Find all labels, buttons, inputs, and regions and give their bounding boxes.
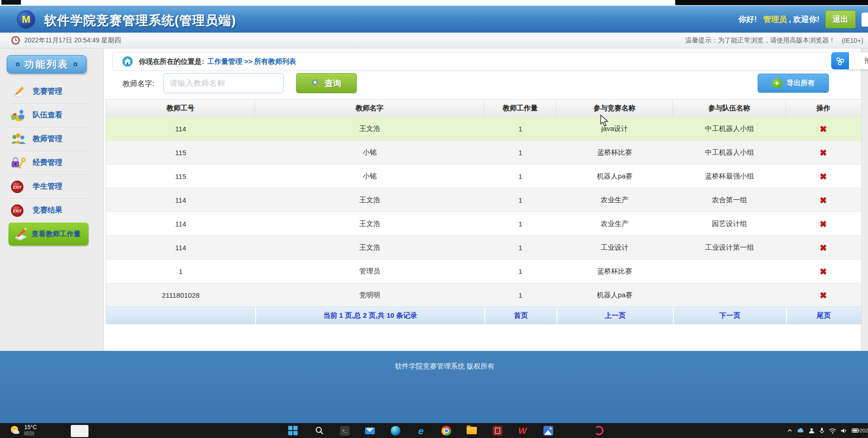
sidebar-item-teacher-workload[interactable]: 查看教师工作量 [8, 222, 88, 246]
main-panel: 你现在所在的位置是: 工作量管理 >> 所有教师列表 教师名字: 查询 + 导出… [103, 48, 861, 351]
cell-workload: 1 [484, 164, 556, 188]
magnifier-icon [312, 79, 320, 88]
screen: M 软件学院竞赛管理系统(管理员端) 你好! 管理员, 欢迎你! 退出 2022… [0, 0, 868, 438]
wifi-icon[interactable] [829, 428, 836, 434]
cell-competition: 工业设计 [556, 236, 673, 259]
mail-icon[interactable] [364, 425, 375, 436]
exit-badge-icon: EXIT [10, 204, 26, 218]
table-row: 114 王文浩 1 工业设计 工业设计第一组 ✖ [106, 235, 861, 259]
sidebar-item-label: 查看教师工作量 [32, 230, 81, 239]
datetime-text: 2022年11月17日 20:54:49 星期四 [24, 36, 121, 45]
photos-icon[interactable] [542, 425, 554, 436]
delete-icon[interactable]: ✖ [820, 148, 827, 157]
edge-icon[interactable] [390, 425, 401, 436]
delete-icon[interactable]: ✖ [820, 267, 827, 276]
window-fragment-right [675, 0, 868, 5]
browser-note: (IE10+) [842, 37, 863, 44]
person-icon[interactable] [808, 427, 815, 434]
cell-teacher-name: 党明明 [255, 283, 484, 307]
drag-tab-label: 拖 [864, 56, 868, 65]
netdisk-drag-tab[interactable]: 拖 [849, 52, 868, 69]
cloud-icon[interactable] [797, 428, 804, 433]
pagination-last[interactable]: 尾页 [786, 307, 861, 324]
cell-teacher-id: 1 [106, 260, 255, 283]
battery-icon[interactable] [852, 428, 860, 433]
pagination-first[interactable]: 首页 [484, 307, 556, 324]
netdisk-button[interactable] [831, 52, 849, 69]
wps-icon[interactable]: W [517, 425, 528, 436]
delete-icon[interactable]: ✖ [820, 243, 827, 252]
delete-icon[interactable]: ✖ [820, 291, 827, 300]
column-header: 教师名字 [255, 100, 484, 116]
cell-teacher-id: 114 [106, 188, 255, 212]
logout-button[interactable]: 退出 [825, 10, 856, 28]
cell-team [673, 283, 786, 307]
breadcrumb: 你现在所在的位置是: 工作量管理 >> 所有教师列表 [112, 52, 854, 71]
column-header: 参与竞赛名称 [556, 100, 673, 116]
sidebar-item-teacher-management[interactable]: 教师管理 [0, 127, 98, 151]
pencil-pad-icon [12, 227, 28, 241]
window-top-strip [0, 0, 868, 6]
teacher-name-input[interactable] [163, 73, 284, 93]
pagination-spacer [106, 307, 255, 324]
taskbar-preview-tile[interactable] [71, 425, 88, 437]
dot-icon [16, 62, 20, 66]
mic-icon[interactable] [819, 427, 825, 434]
media-icon[interactable] [593, 425, 604, 436]
delete-icon[interactable]: ✖ [820, 219, 827, 228]
cell-teacher-name: 管理员 [255, 260, 484, 283]
sidebar-item-label: 教师管理 [33, 134, 62, 144]
pencil-pad-icon [10, 85, 26, 99]
sidebar-item-student-management[interactable]: EXIT 学生管理 [0, 175, 98, 198]
breadcrumb-prefix: 你现在所在的位置是: [139, 57, 204, 66]
delete-icon[interactable]: ✖ [820, 124, 827, 133]
sidebar-item-label: 学生管理 [33, 182, 62, 192]
cell-workload: 1 [484, 212, 556, 235]
red-office-icon[interactable] [492, 425, 503, 436]
sidebar-item-label: 队伍查看 [33, 110, 62, 120]
delete-icon[interactable]: ✖ [820, 172, 827, 181]
table-row: 2111801028 党明明 1 机器人pa赛 ✖ [106, 283, 861, 307]
cell-teacher-name: 小铭 [255, 164, 484, 188]
system-tray [787, 423, 860, 438]
table-row: 1 管理员 1 蓝桥杯比赛 ✖ [106, 259, 861, 283]
export-all-button[interactable]: + 导出所有 [758, 74, 829, 93]
cell-team: 园艺设计组 [673, 212, 786, 235]
app-header: M 软件学院竞赛管理系统(管理员端) 你好! 管理员, 欢迎你! 退出 [0, 6, 868, 33]
sidebar-item-competition-management[interactable]: 竞赛管理 [0, 80, 98, 103]
pagination-next[interactable]: 下一页 [673, 307, 786, 324]
team-boxes-icon [10, 109, 26, 123]
plus-icon: + [772, 78, 782, 89]
delete-icon[interactable]: ✖ [820, 196, 827, 205]
cell-team [673, 260, 786, 283]
breadcrumb-path[interactable]: 工作量管理 >> 所有教师列表 [207, 57, 296, 66]
netdisk-overlay: 拖 [831, 52, 868, 69]
start-icon[interactable] [287, 425, 298, 436]
search-button[interactable]: 查询 [296, 73, 357, 93]
exit-badge-icon: EXIT [10, 180, 26, 194]
sidebar-item-funds-management[interactable]: 经费管理 [0, 151, 98, 175]
cell-team: 蓝桥杯最强小组 [673, 164, 786, 188]
volume-icon[interactable] [841, 428, 848, 434]
cell-workload: 1 [484, 283, 556, 307]
ie-icon[interactable]: e [415, 425, 427, 436]
search-icon[interactable] [314, 425, 325, 436]
sidebar-item-team-view[interactable]: 队伍查看 [0, 103, 98, 127]
teacher-workload-table: 教师工号 教师名字 教师工作量 参与竞赛名称 参与队伍名称 操作 114 王文浩… [106, 99, 862, 324]
cell-competition: 农业生产 [556, 188, 673, 212]
chevron-up-icon[interactable] [787, 428, 793, 433]
sidebar-item-competition-results[interactable]: EXIT 竞赛结果 [0, 198, 98, 222]
cell-competition: java设计 [556, 117, 673, 140]
cell-teacher-id: 115 [106, 164, 255, 188]
cell-teacher-name: 王文浩 [255, 188, 484, 212]
sidebar-item-label: 经费管理 [33, 158, 62, 168]
chrome-icon[interactable] [441, 425, 452, 436]
cell-team: 中工机器人小组 [673, 141, 786, 164]
terminal-icon[interactable]: >_ [339, 425, 350, 436]
file-explorer-icon[interactable] [466, 425, 477, 436]
cell-competition: 蓝桥杯比赛 [556, 260, 673, 283]
info-bar: 2022年11月17日 20:54:49 星期四 温馨提示：为了能正常浏览，请使… [0, 33, 868, 48]
pagination-prev[interactable]: 上一页 [556, 307, 673, 324]
taskbar-clock[interactable]: 2022 [860, 428, 868, 433]
weather-widget[interactable]: 15°C 晴朗 [9, 424, 37, 437]
